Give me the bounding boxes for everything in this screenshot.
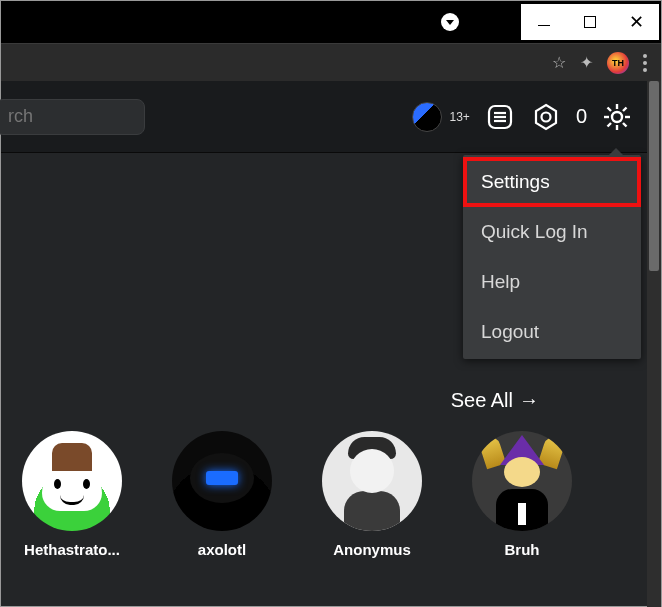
friend-item[interactable]: Hethastrato... (11, 431, 133, 558)
browser-window: ✕ ☆ ✦ TH 13+ 0 Settings Quick Log (0, 0, 662, 607)
extensions-icon[interactable]: ✦ (580, 53, 593, 72)
friend-item[interactable]: axolotl (161, 431, 283, 558)
user-avatar-thumbnail[interactable] (412, 102, 442, 132)
window-minimize-button[interactable] (521, 4, 567, 40)
browser-menu-icon[interactable] (643, 54, 647, 72)
friend-item[interactable]: Anonymus (311, 431, 433, 558)
menu-item-quick-login[interactable]: Quick Log In (463, 207, 641, 257)
arrow-right-icon: → (519, 389, 539, 412)
tab-favicon (441, 13, 459, 31)
svg-marker-4 (536, 105, 556, 129)
friend-item[interactable]: Bruh (461, 431, 583, 558)
settings-gear-icon[interactable] (601, 101, 633, 133)
window-maximize-button[interactable] (567, 4, 613, 40)
svg-line-14 (623, 107, 627, 111)
svg-line-12 (623, 123, 627, 127)
avatar (322, 431, 422, 531)
page-scrollbar[interactable] (647, 81, 661, 607)
menu-item-settings[interactable]: Settings (463, 157, 641, 207)
page-content: 13+ 0 Settings Quick Log In Help Logout … (1, 81, 647, 606)
site-header: 13+ 0 (1, 81, 647, 153)
friend-name: Hethastrato... (24, 541, 120, 558)
window-close-button[interactable]: ✕ (613, 4, 659, 40)
friends-list: Hethastrato... axolotl Anonymus Bruh (1, 431, 647, 558)
browser-toolbar: ☆ ✦ TH (1, 43, 661, 81)
browser-profile-avatar[interactable]: TH (607, 52, 629, 74)
bookmark-star-icon[interactable]: ☆ (552, 53, 566, 72)
see-all-label: See All (451, 389, 513, 412)
see-all-link[interactable]: See All → (451, 389, 539, 412)
svg-point-5 (541, 112, 550, 121)
notifications-icon[interactable] (484, 101, 516, 133)
menu-item-logout[interactable]: Logout (463, 307, 641, 357)
menu-item-help[interactable]: Help (463, 257, 641, 307)
age-badge: 13+ (450, 110, 470, 124)
search-input[interactable] (0, 99, 145, 135)
friend-name: Bruh (505, 541, 540, 558)
avatar (172, 431, 272, 531)
settings-dropdown: Settings Quick Log In Help Logout (463, 155, 641, 359)
scrollbar-thumb[interactable] (649, 81, 659, 271)
robux-count: 0 (576, 105, 587, 128)
friend-name: axolotl (198, 541, 246, 558)
window-titlebar: ✕ (1, 1, 661, 43)
svg-line-11 (608, 107, 612, 111)
svg-point-6 (612, 112, 622, 122)
avatar (22, 431, 122, 531)
robux-icon[interactable] (530, 101, 562, 133)
svg-line-13 (608, 123, 612, 127)
friend-name: Anonymus (333, 541, 411, 558)
avatar (472, 431, 572, 531)
